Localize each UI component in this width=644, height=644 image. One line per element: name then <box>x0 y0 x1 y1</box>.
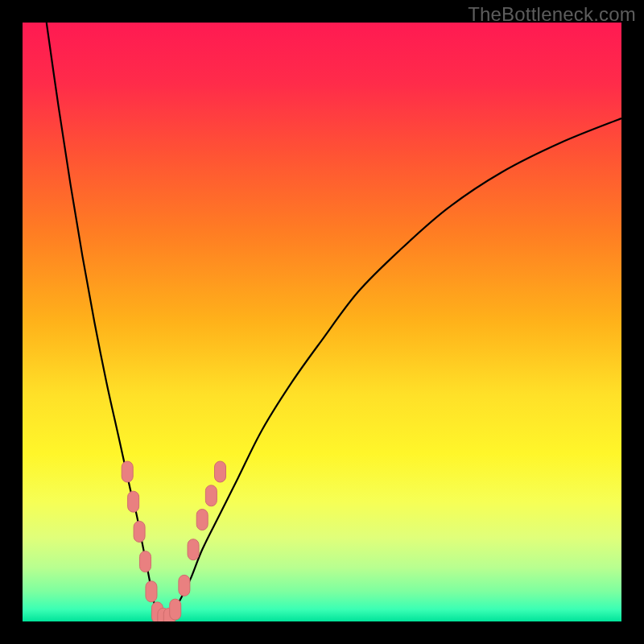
curve-marker <box>196 510 208 530</box>
curve-marker <box>179 575 190 596</box>
chart-frame <box>23 23 621 621</box>
curve-marker <box>122 461 133 482</box>
curve-marker <box>140 551 151 572</box>
curve-marker <box>146 581 157 602</box>
gradient-background <box>23 23 621 621</box>
curve-marker <box>134 521 145 542</box>
bottleneck-chart <box>23 23 621 621</box>
curve-marker <box>188 539 199 560</box>
curve-marker <box>215 461 226 482</box>
watermark-text: TheBottleneck.com <box>468 3 636 26</box>
curve-marker <box>205 485 217 506</box>
curve-marker <box>128 491 139 512</box>
curve-marker <box>170 599 181 620</box>
